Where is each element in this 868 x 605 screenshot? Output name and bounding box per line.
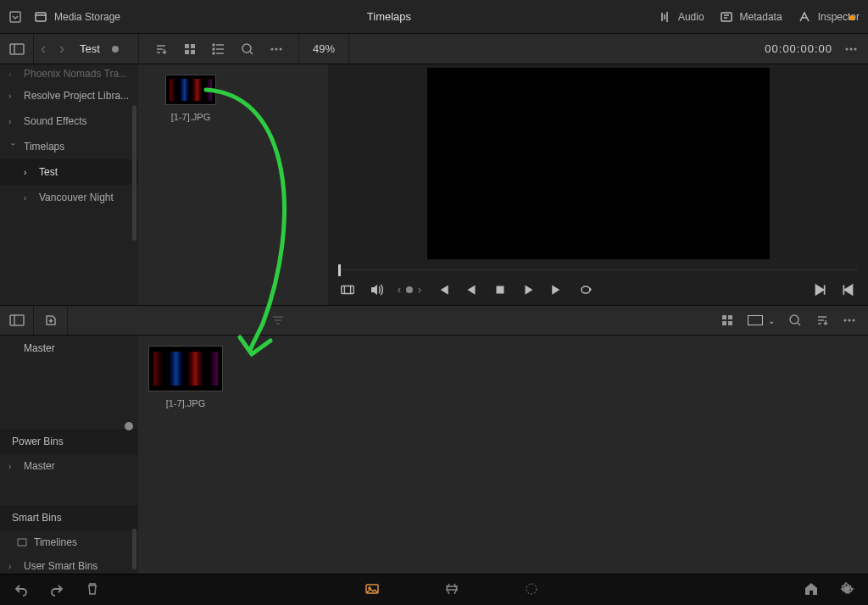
dropdown-icon[interactable] — [8, 10, 22, 24]
thumb-size-slider[interactable] — [125, 422, 133, 430]
svg-point-32 — [526, 584, 537, 594]
svg-point-25 — [790, 315, 798, 324]
volume-icon[interactable] — [369, 282, 384, 297]
tree-item-test[interactable]: ›Test — [0, 159, 138, 185]
pool-clip-label: [1-7].JPG — [148, 398, 223, 408]
clip-label: [1-7].JPG — [165, 112, 216, 122]
pool-sidebar-toggle[interactable] — [0, 306, 34, 335]
breadcrumb[interactable]: Test — [80, 42, 100, 55]
project-title: Timelaps — [120, 10, 658, 23]
reverse-play-button[interactable] — [464, 282, 479, 297]
stop-button[interactable] — [492, 282, 508, 297]
search-icon[interactable] — [241, 42, 254, 56]
import-button[interactable] — [34, 306, 68, 335]
redo-button[interactable] — [49, 581, 64, 599]
tree-item[interactable]: ›Phoenix Nomads Tra... — [0, 64, 138, 83]
media-pool-tree: Master Power Bins ›Master Smart Bins Tim… — [0, 336, 138, 574]
svg-rect-7 — [191, 50, 195, 54]
svg-point-15 — [846, 47, 849, 50]
sort-icon[interactable] — [154, 42, 168, 56]
scrollbar[interactable] — [132, 529, 136, 569]
pool-more-icon[interactable] — [843, 314, 856, 327]
tree-item[interactable]: ›Resolve Project Libra... — [0, 83, 138, 108]
next-clip-button[interactable] — [550, 282, 565, 297]
clip-thumbnail[interactable] — [165, 75, 216, 105]
svg-rect-5 — [191, 44, 195, 48]
more-icon[interactable] — [270, 42, 283, 56]
filter-icon[interactable] — [271, 314, 285, 327]
metadata-panel-button[interactable]: Metadata — [720, 10, 782, 24]
svg-rect-24 — [728, 321, 732, 325]
pool-search-icon[interactable] — [788, 314, 802, 327]
tree-item[interactable]: ›Vancouver Night — [0, 185, 138, 210]
svg-rect-0 — [10, 12, 20, 22]
jog-control[interactable]: ‹› — [398, 284, 421, 296]
loop-button[interactable] — [579, 282, 594, 297]
user-smart-bins[interactable]: ›User Smart Bins — [0, 554, 138, 578]
status-dot — [112, 46, 119, 53]
svg-rect-18 — [342, 286, 353, 294]
svg-rect-21 — [722, 315, 726, 319]
prev-clip-button[interactable] — [435, 282, 450, 297]
mark-clip-icon[interactable] — [340, 282, 355, 297]
svg-rect-1 — [36, 13, 46, 21]
metadata-label: Metadata — [740, 11, 782, 23]
svg-rect-19 — [497, 286, 504, 294]
go-to-out-button[interactable] — [841, 282, 856, 297]
svg-point-11 — [242, 44, 251, 53]
svg-rect-20 — [10, 315, 24, 325]
svg-rect-6 — [185, 50, 189, 54]
play-button[interactable] — [521, 282, 537, 297]
svg-point-17 — [854, 47, 857, 50]
svg-rect-22 — [728, 315, 732, 319]
smart-bins-header[interactable]: Smart Bins — [0, 505, 138, 530]
media-pool-view: [1-7].JPG — [138, 336, 868, 574]
edit-page-button[interactable] — [524, 581, 539, 599]
tree-item-timelaps[interactable]: ›Timelaps — [0, 134, 138, 159]
tree-item[interactable]: ›Sound Effects — [0, 108, 138, 134]
audio-label: Audio — [678, 11, 704, 23]
svg-point-14 — [280, 47, 282, 50]
audio-panel-button[interactable]: Audio — [658, 10, 704, 24]
grid-view-icon[interactable] — [183, 42, 197, 56]
viewer-more-icon[interactable] — [844, 42, 858, 56]
nav-back-button[interactable]: ‹ — [34, 40, 53, 58]
master-bin[interactable]: Master — [0, 336, 138, 361]
power-bins-header[interactable]: Power Bins — [0, 429, 138, 454]
go-to-in-button[interactable] — [812, 282, 827, 297]
timecode-display: 00:00:00:00 — [765, 42, 832, 55]
media-storage-button[interactable]: Media Storage — [34, 10, 120, 24]
smart-bin-timelines[interactable]: Timelines — [0, 530, 138, 554]
list-view-icon[interactable] — [212, 42, 225, 56]
undo-button[interactable] — [14, 581, 29, 599]
cut-page-button[interactable] — [444, 581, 459, 599]
home-button[interactable] — [804, 581, 819, 599]
svg-point-8 — [213, 44, 214, 46]
scrollbar[interactable] — [132, 105, 136, 241]
viewer-canvas[interactable] — [427, 68, 770, 259]
svg-point-26 — [844, 319, 847, 322]
svg-rect-3 — [10, 44, 24, 54]
svg-point-27 — [849, 319, 851, 322]
nav-forward-button[interactable]: › — [53, 40, 71, 58]
svg-point-10 — [213, 53, 214, 54]
svg-point-28 — [853, 319, 855, 322]
aspect-dropdown[interactable]: ⌄ — [748, 315, 775, 325]
zoom-level[interactable]: 49% — [298, 34, 349, 64]
folder-tree: ›Phoenix Nomads Tra... ›Resolve Project … — [0, 64, 138, 305]
power-bins-master[interactable]: ›Master — [0, 454, 138, 478]
svg-point-12 — [271, 47, 274, 50]
scrub-bar[interactable] — [338, 263, 858, 275]
bin-view: [1-7].JPG — [138, 64, 328, 305]
delete-button[interactable] — [85, 581, 100, 599]
pool-sort-icon[interactable] — [815, 314, 829, 327]
media-storage-label: Media Storage — [54, 11, 120, 23]
pool-clip-thumbnail[interactable] — [148, 346, 223, 391]
settings-button[interactable] — [839, 581, 854, 599]
svg-point-13 — [275, 47, 278, 50]
svg-rect-2 — [721, 13, 732, 21]
svg-rect-23 — [722, 321, 726, 325]
media-page-button[interactable] — [364, 581, 380, 599]
sidebar-toggle-button[interactable] — [0, 34, 34, 64]
pool-grid-view-icon[interactable] — [721, 314, 734, 327]
